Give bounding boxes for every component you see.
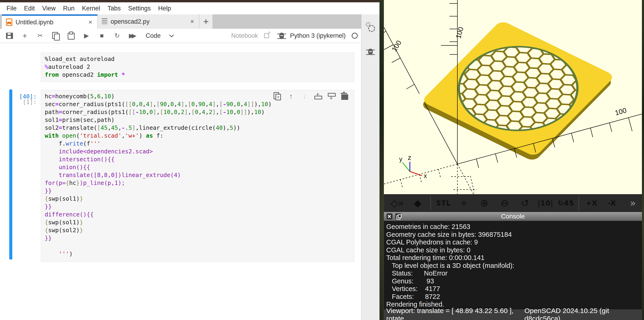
- zoom-in-icon[interactable]: ⊕: [474, 197, 494, 209]
- console-line: Facets: 8722: [386, 293, 642, 301]
- code-line[interactable]: from openscad2 import *: [45, 71, 350, 79]
- code-line[interactable]: {swp(sol2)}: [45, 227, 350, 235]
- close-tab-icon[interactable]: ×: [88, 18, 93, 26]
- console-title-bar[interactable]: Console: [384, 212, 642, 221]
- active-cell-bar[interactable]: [9, 89, 12, 260]
- cell-type-select[interactable]: Code: [146, 32, 174, 39]
- tab-bar: Untitled.ipynb × openscad2.py × +: [0, 14, 361, 29]
- view-distance-icon[interactable]: |10|: [535, 199, 556, 207]
- code-line[interactable]: with open('trial.scad','w+') as f:: [45, 132, 350, 140]
- code-line[interactable]: path=corner_radius(pts1([[-10,0],[10,0,2…: [45, 109, 350, 117]
- code-line[interactable]: union(){{: [45, 164, 350, 172]
- more-tools-icon[interactable]: »: [627, 197, 639, 209]
- tab-label: Untitled.ipynb: [16, 19, 88, 26]
- render-icon[interactable]: ◆: [408, 197, 428, 209]
- cell-2-prompt: [40]:: [9, 93, 37, 100]
- menu-item-edit[interactable]: Edit: [24, 5, 35, 12]
- save-icon[interactable]: [6, 33, 13, 39]
- paste-icon[interactable]: [68, 33, 75, 40]
- run-all-icon[interactable]: ▶▶: [129, 32, 136, 39]
- jupyterlab-window: FileEditViewRunKernelTabsSettingsHelp Un…: [0, 0, 380, 320]
- new-tab-button[interactable]: +: [199, 14, 213, 29]
- add-cell-icon[interactable]: +: [21, 31, 28, 40]
- cell-2-input[interactable]: hc=honeycomb(5,6,10)sec=corner_radius(pt…: [41, 90, 354, 262]
- delete-cell-icon[interactable]: [341, 94, 348, 100]
- tab-openscad2-py[interactable]: openscad2.py ×: [97, 14, 199, 29]
- code-line[interactable]: {swp(sol1)}: [45, 219, 350, 227]
- kernel-name[interactable]: Python 3 (ipykernel): [290, 32, 346, 39]
- reset-view-icon[interactable]: ↺: [515, 197, 535, 209]
- code-line[interactable]: include<dependencies2.scad>: [45, 148, 350, 156]
- menu-item-file[interactable]: File: [6, 5, 17, 12]
- code-line[interactable]: for(p={hc})p_line(p,1);: [45, 180, 350, 187]
- code-line[interactable]: intersection(){{: [45, 156, 350, 164]
- external-link-icon[interactable]: [264, 33, 269, 38]
- code-line[interactable]: translate([8,8,0])linear_extrude(4): [45, 172, 350, 180]
- y-axis-label: 100: [390, 39, 403, 53]
- code-line[interactable]: %load_ext autoreload: [45, 56, 350, 63]
- code-line[interactable]: }}: [45, 235, 350, 243]
- kernel-status-icon[interactable]: [352, 33, 358, 39]
- copy-icon[interactable]: [52, 32, 59, 39]
- insert-above-icon[interactable]: [314, 92, 321, 100]
- preview-icon[interactable]: ◇»: [387, 197, 408, 209]
- console-line: Total rendering time: 0:00:00.141: [386, 254, 642, 262]
- move-up-icon[interactable]: ↑: [288, 92, 294, 100]
- undock-console-icon[interactable]: [395, 213, 402, 220]
- stop-icon[interactable]: ■: [98, 32, 105, 39]
- cell-2-code: hc=honeycomb(5,6,10)sec=corner_radius(pt…: [45, 93, 350, 258]
- honeycomb-plate: [417, 20, 618, 162]
- console-panel: Console Geometries in cache: 21563Geomet…: [384, 212, 642, 309]
- triad-y-label: y: [399, 156, 402, 163]
- view-minus-x-icon[interactable]: -X: [602, 199, 622, 207]
- close-tab-icon[interactable]: ×: [190, 18, 195, 25]
- zoom-out-icon[interactable]: ⊖: [494, 197, 515, 209]
- notebook-area: [1]: %load_ext autoreload%autoreload 2fr…: [0, 43, 361, 320]
- export-stl-icon[interactable]: STL: [433, 199, 454, 207]
- version-text: OpenSCAD 2024.10.25 (git d8cdc56ca): [524, 307, 640, 320]
- menu-item-kernel[interactable]: Kernel: [82, 5, 100, 12]
- menu-bar: FileEditViewRunKernelTabsSettingsHelp: [0, 2, 380, 14]
- console-line: Geometries in cache: 21563: [386, 223, 642, 231]
- run-icon[interactable]: ▶: [83, 32, 90, 39]
- duplicate-cell-icon[interactable]: [274, 92, 281, 100]
- code-line[interactable]: }}: [45, 203, 350, 211]
- code-line[interactable]: %autoreload 2: [45, 63, 350, 71]
- debugger-icon[interactable]: [368, 49, 373, 55]
- menu-item-run[interactable]: Run: [63, 5, 75, 12]
- close-console-icon[interactable]: [386, 213, 393, 220]
- code-line[interactable]: difference(){{: [45, 211, 350, 219]
- toolbar-icons: +✂▶■↻▶▶: [6, 31, 136, 40]
- insert-below-icon[interactable]: [328, 92, 335, 100]
- cell-1-input[interactable]: %load_ext autoreload%autoreload 2from op…: [41, 53, 354, 82]
- code-line[interactable]: '''): [45, 251, 350, 258]
- tab-untitled-ipynb[interactable]: Untitled.ipynb ×: [2, 14, 97, 29]
- menu-item-help[interactable]: Help: [158, 5, 171, 12]
- view-plus-x-icon[interactable]: +X: [582, 199, 602, 207]
- code-line[interactable]: sol2=translate([45,45,-.5],linear_extrud…: [45, 124, 350, 132]
- cell-type-value: Code: [146, 32, 161, 39]
- openscad-toolbar: ◇»◆STL⌖⊕⊖↺|10|↻45+X-X»: [384, 194, 642, 212]
- code-line[interactable]: sol1=prism(sec,path): [45, 117, 350, 124]
- debugger-bug-icon[interactable]: [279, 33, 284, 39]
- view-angle-icon[interactable]: ↻45: [556, 199, 576, 207]
- menu-item-tabs[interactable]: Tabs: [108, 5, 121, 12]
- right-sidebar: [361, 14, 380, 320]
- code-line[interactable]: sec=corner_radius(pts1([[0,0,4],[90,0,4]…: [45, 101, 350, 109]
- zoom-all-icon[interactable]: ⌖: [454, 197, 474, 209]
- console-output[interactable]: Geometries in cache: 21563Geometry cache…: [384, 221, 642, 309]
- menu-item-view[interactable]: View: [42, 5, 56, 12]
- code-line[interactable]: [45, 243, 350, 251]
- context-label: Notebook: [231, 32, 258, 39]
- property-inspector-icon[interactable]: [365, 22, 376, 32]
- notebook-toolbar: +✂▶■↻▶▶ Code Notebook Python 3 (ipykerne…: [0, 29, 380, 43]
- restart-kernel-icon[interactable]: ↻: [114, 32, 120, 39]
- menu-item-settings[interactable]: Settings: [128, 5, 151, 12]
- code-line[interactable]: {swp(sol1)}: [45, 195, 350, 203]
- 3d-viewport[interactable]: 100 100 100 y z x: [384, 0, 642, 194]
- move-down-icon[interactable]: ↓: [301, 92, 308, 100]
- code-line[interactable]: }}: [45, 187, 350, 195]
- code-line[interactable]: f.write(f''': [45, 140, 350, 148]
- cut-icon[interactable]: ✂: [37, 32, 44, 39]
- text-file-icon: [102, 18, 107, 25]
